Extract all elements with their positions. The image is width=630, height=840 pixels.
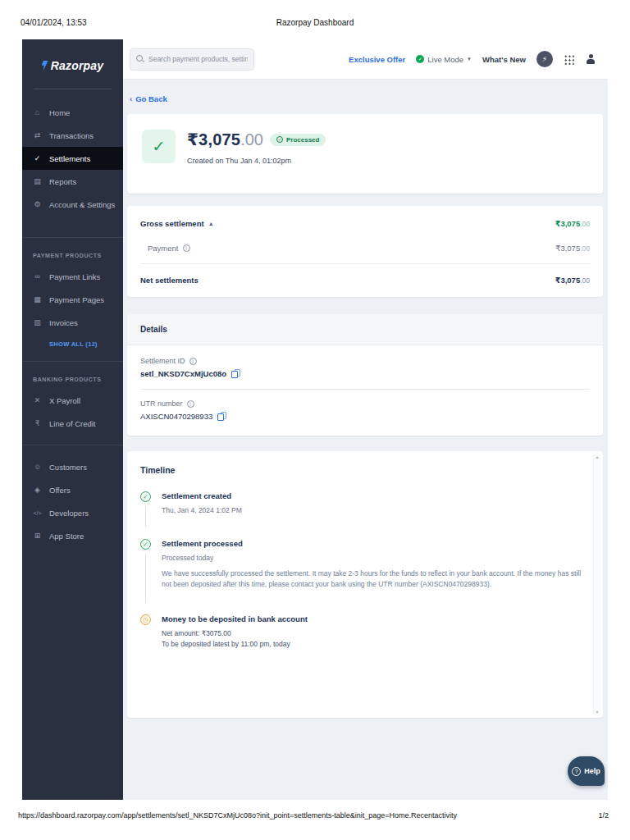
copy-icon[interactable] <box>217 412 226 421</box>
razorpay-flag-icon <box>42 61 48 71</box>
help-button[interactable]: ? Help <box>568 756 605 786</box>
settlement-id-label: Settlement ID <box>140 357 185 365</box>
timeline-item-title: Settlement processed <box>162 539 582 548</box>
sidebar-item-label: Home <box>49 108 70 117</box>
timeline-item-title: Money to be deposited in bank account <box>162 614 582 623</box>
print-header: 04/01/2024, 13:53 Razorpay Dashboard <box>21 18 609 30</box>
divider <box>22 361 123 362</box>
badge-check-icon: ✓ <box>276 136 283 143</box>
sidebar-item-label: Payment Links <box>49 272 100 281</box>
settlements-icon: ✓ <box>33 154 42 162</box>
live-mode-check-icon: ✓ <box>416 55 424 63</box>
razorpay-logo-text: Razorpay <box>51 59 104 72</box>
gear-icon: ⚙ <box>33 200 42 208</box>
search-box[interactable] <box>130 48 254 71</box>
check-circle-icon: ✓ <box>140 491 151 502</box>
settlement-id-value: setl_NKSD7CxMjUc08o <box>140 369 226 378</box>
summary-body: ₹3,075.00 ✓ Processed Created on Thu Jan… <box>187 130 326 178</box>
sidebar-item-payment-pages[interactable]: ▦ Payment Pages <box>22 288 123 311</box>
page-icon: ▦ <box>33 295 42 304</box>
sidebar-item-settlements[interactable]: ✓ Settlements <box>22 147 123 170</box>
timeline-item-created: ✓ Settlement created Thu, Jan 4, 2024 1:… <box>140 491 582 514</box>
details-card-body: Settlement ID setl_NKSD7CxMjUc08o UTR nu… <box>127 345 603 436</box>
tag-icon: ◈ <box>33 486 42 494</box>
details-card: Details Settlement ID setl_NKSD7CxMjUc08… <box>127 314 603 436</box>
sidebar-banking-products-section: BANKING PRODUCTS ✕ X Payroll ₹ Line of C… <box>22 372 123 435</box>
search-input[interactable] <box>148 55 248 63</box>
home-icon: ⌂ <box>33 108 42 116</box>
activity-pulse-icon[interactable]: ⚡ <box>536 51 553 67</box>
settlement-check-icon: ✓ <box>142 130 176 163</box>
link-icon: ∞ <box>33 272 42 281</box>
sidebar-item-x-payroll[interactable]: ✕ X Payroll <box>22 389 123 412</box>
sidebar-item-reports[interactable]: ▤ Reports <box>22 170 123 193</box>
timeline-title: Timeline <box>140 465 582 475</box>
help-button-label: Help <box>584 767 600 775</box>
timeline-item-processed: ✓ Settlement processed Processed today W… <box>140 539 582 590</box>
sidebar-item-account-settings[interactable]: ⚙ Account & Settings <box>22 193 123 216</box>
sidebar-item-customers[interactable]: ☺ Customers <box>22 455 123 478</box>
print-page-indicator: 1/2 <box>598 811 609 819</box>
status-label: Processed <box>286 136 319 144</box>
timeline-item-deposit: ◷ Money to be deposited in bank account … <box>140 614 582 648</box>
section-label-payment-products: PAYMENT PRODUCTS <box>22 248 123 265</box>
sidebar-item-app-store[interactable]: ⊞ App Store <box>22 524 123 547</box>
status-badge: ✓ Processed <box>270 134 326 146</box>
rupee-icon: ₹ <box>33 419 42 427</box>
sidebar: Razorpay ⌂ Home ⇄ Transactions ✓ Settlem… <box>22 39 123 800</box>
divider <box>140 263 590 264</box>
sidebar-item-label: Customers <box>49 463 87 472</box>
timeline-item-subtext: Processed today <box>162 554 582 562</box>
exclusive-offer-link[interactable]: Exclusive Offer <box>349 55 405 64</box>
info-icon[interactable] <box>183 244 190 252</box>
sidebar-item-line-of-credit[interactable]: ₹ Line of Credit <box>22 412 123 435</box>
sidebar-item-transactions[interactable]: ⇄ Transactions <box>22 124 123 147</box>
timeline-scrollbar[interactable]: ▲ ▼ <box>593 454 600 715</box>
check-circle-icon: ✓ <box>140 539 151 550</box>
gross-settlement-row[interactable]: Gross settlement ▲ ₹3,075.00 <box>140 211 590 235</box>
search-icon <box>136 55 144 63</box>
print-footer: https://dashboard.razorpay.com/app/settl… <box>18 811 609 819</box>
spacer <box>140 518 582 539</box>
live-mode-dropdown[interactable]: ✓ Live Mode ▼ <box>416 55 472 64</box>
sidebar-other-section: ☺ Customers ◈ Offers </> Developers ⊞ Ap… <box>22 455 123 547</box>
net-settlements-row: Net settlements ₹3,075.00 <box>140 267 590 292</box>
sidebar-item-offers[interactable]: ◈ Offers <box>22 478 123 501</box>
apps-grid-icon[interactable] <box>564 54 574 65</box>
scroll-down-arrow-icon[interactable]: ▼ <box>594 710 600 714</box>
sidebar-item-label: Developers <box>49 509 89 518</box>
payment-row: Payment ₹3,075.00 <box>140 235 590 260</box>
go-back-link[interactable]: ‹ Go Back <box>130 94 167 103</box>
code-icon: </> <box>33 510 42 516</box>
sidebar-item-payment-links[interactable]: ∞ Payment Links <box>22 265 123 288</box>
divider <box>140 389 590 390</box>
question-mark-icon: ? <box>572 767 581 776</box>
account-avatar-icon[interactable] <box>585 53 596 65</box>
info-icon[interactable] <box>189 358 197 365</box>
sidebar-item-invoices[interactable]: ▥ Invoices <box>22 311 123 334</box>
sidebar-item-label: Account & Settings <box>49 200 115 209</box>
payment-label: Payment <box>148 244 179 253</box>
copy-icon[interactable] <box>231 369 240 378</box>
info-icon[interactable] <box>187 400 194 408</box>
chevron-left-icon: ‹ <box>130 94 132 103</box>
print-url: https://dashboard.razorpay.com/app/settl… <box>18 811 457 819</box>
settlement-amount: ₹3,075.00 <box>187 130 263 149</box>
sidebar-payment-products-section: PAYMENT PRODUCTS ∞ Payment Links ▦ Payme… <box>22 248 123 351</box>
show-all-link[interactable]: SHOW ALL (12) <box>22 334 123 351</box>
created-on-text: Created on Thu Jan 4, 01:02pm <box>187 157 326 165</box>
details-card-title: Details <box>127 314 603 345</box>
whats-new-link[interactable]: What's New <box>482 55 526 64</box>
utr-number-label: UTR number <box>140 399 183 408</box>
timeline-card: Timeline ✓ Settlement created Thu, Jan 4… <box>127 451 603 718</box>
sidebar-item-label: Invoices <box>49 318 78 327</box>
sidebar-item-developers[interactable]: </> Developers <box>22 501 123 524</box>
timeline-item-date: Thu, Jan 4, 2024 1:02 PM <box>162 506 582 514</box>
sidebar-item-label: Line of Credit <box>49 419 96 428</box>
chevron-up-icon[interactable]: ▲ <box>208 221 214 226</box>
razorpay-logo[interactable]: Razorpay <box>22 39 123 80</box>
sidebar-item-home[interactable]: ⌂ Home <box>22 101 123 124</box>
clock-icon: ◷ <box>140 614 151 625</box>
scroll-up-arrow-icon[interactable]: ▲ <box>594 454 600 459</box>
utr-number-value: AXISCN0470298933 <box>140 412 212 421</box>
